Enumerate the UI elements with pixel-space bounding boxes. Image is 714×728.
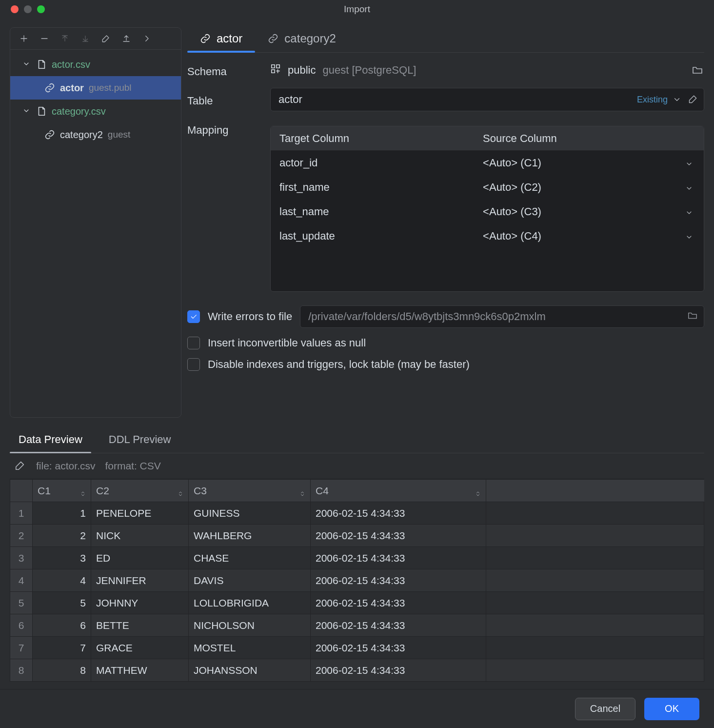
cell-c2[interactable]: PENELOPE	[91, 502, 189, 525]
browse-schema-button[interactable]	[692, 64, 704, 77]
cell-c4[interactable]: 2006-02-15 4:34:33	[311, 569, 486, 592]
cell-c3[interactable]: MOSTEL	[189, 637, 311, 659]
mapping-header-target[interactable]: Target Column	[271, 132, 483, 145]
tab-ddl-preview[interactable]: DDL Preview	[100, 428, 180, 453]
cell-c2[interactable]: NICK	[91, 525, 189, 547]
cancel-button[interactable]: Cancel	[575, 698, 635, 720]
cell-c3[interactable]: WAHLBERG	[189, 525, 311, 547]
tab-actor[interactable]: actor	[187, 27, 255, 52]
cell-c4[interactable]: 2006-02-15 4:34:33	[311, 547, 486, 569]
ok-button[interactable]: OK	[644, 698, 699, 720]
chevron-down-icon[interactable]	[685, 182, 695, 192]
mapping-row[interactable]: actor_id<Auto> (C1)	[271, 151, 704, 175]
edit-preview-button[interactable]	[15, 460, 26, 472]
column-header-c4[interactable]: C4	[311, 480, 486, 502]
next-button[interactable]	[137, 31, 157, 46]
tree-node-category-csv[interactable]: category.csv	[10, 100, 181, 123]
chevron-down-icon[interactable]	[685, 158, 695, 168]
column-header-spacer	[486, 480, 704, 502]
row-number: 2	[10, 525, 33, 547]
cell-c4[interactable]: 2006-02-15 4:34:33	[311, 659, 486, 682]
table-row[interactable]: 11PENELOPEGUINESS2006-02-15 4:34:33	[10, 502, 704, 525]
cell-c2[interactable]: JOHNNY	[91, 592, 189, 614]
pencil-icon[interactable]	[688, 94, 699, 105]
cell-c1[interactable]: 5	[33, 592, 91, 614]
sort-icon	[178, 487, 184, 494]
table-row[interactable]: 77GRACEMOSTEL2006-02-15 4:34:33	[10, 637, 704, 659]
cell-c3[interactable]: DAVIS	[189, 569, 311, 592]
cell-c3[interactable]: GUINESS	[189, 502, 311, 525]
mapping-source: <Auto> (C1)	[483, 157, 685, 169]
table-input[interactable]: actor Existing	[270, 88, 704, 111]
sort-icon	[80, 487, 87, 494]
cell-c4[interactable]: 2006-02-15 4:34:33	[311, 614, 486, 637]
move-up-button[interactable]	[55, 31, 75, 46]
tab-category2[interactable]: category2	[255, 27, 348, 52]
window-zoom-icon[interactable]	[37, 5, 45, 13]
cell-c3[interactable]: LOLLOBRIGIDA	[189, 592, 311, 614]
cell-c4[interactable]: 2006-02-15 4:34:33	[311, 637, 486, 659]
table-row[interactable]: 33EDCHASE2006-02-15 4:34:33	[10, 547, 704, 569]
browse-folder-button[interactable]	[687, 310, 698, 324]
cell-c3[interactable]: CHASE	[189, 547, 311, 569]
cell-c1[interactable]: 7	[33, 637, 91, 659]
row-number: 7	[10, 637, 33, 659]
chevron-down-icon[interactable]	[685, 231, 695, 241]
mapping-row[interactable]: last_update<Auto> (C4)	[271, 224, 704, 248]
cell-c2[interactable]: BETTE	[91, 614, 189, 637]
cell-c4[interactable]: 2006-02-15 4:34:33	[311, 502, 486, 525]
tree-node-category2-table[interactable]: category2 guest	[10, 123, 181, 146]
table-row[interactable]: 55JOHNNYLOLLOBRIGIDA2006-02-15 4:34:33	[10, 592, 704, 614]
insert-null-checkbox[interactable]	[187, 337, 200, 349]
mapping-source: <Auto> (C2)	[483, 181, 685, 194]
table-row[interactable]: 44JENNIFERDAVIS2006-02-15 4:34:33	[10, 569, 704, 592]
cell-c2[interactable]: ED	[91, 547, 189, 569]
mapping-row[interactable]: first_name<Auto> (C2)	[271, 175, 704, 200]
cell-c2[interactable]: MATTHEW	[91, 659, 189, 682]
remove-button[interactable]	[35, 31, 54, 46]
row-number-header	[10, 480, 33, 502]
mapping-row[interactable]: last_name<Auto> (C3)	[271, 200, 704, 224]
disable-indexes-checkbox[interactable]	[187, 358, 200, 371]
schema-label: Schema	[187, 65, 257, 78]
window-minimize-icon[interactable]	[24, 5, 32, 13]
column-header-c2[interactable]: C2	[91, 480, 189, 502]
cell-c1[interactable]: 6	[33, 614, 91, 637]
mapping-header-source[interactable]: Source Column	[483, 132, 704, 145]
tab-data-preview[interactable]: Data Preview	[10, 428, 91, 453]
table-row[interactable]: 22NICKWAHLBERG2006-02-15 4:34:33	[10, 525, 704, 547]
chevron-down-icon[interactable]	[673, 94, 683, 105]
cell-c3[interactable]: NICHOLSON	[189, 614, 311, 637]
tree-node-actor-table[interactable]: actor guest.publ	[10, 76, 181, 100]
cell-c3[interactable]: JOHANSSON	[189, 659, 311, 682]
chevron-down-icon[interactable]	[685, 207, 695, 217]
svg-rect-1	[277, 65, 279, 68]
window-close-icon[interactable]	[11, 5, 19, 13]
tree-node-actor-csv[interactable]: actor.csv	[10, 53, 181, 76]
column-header-c1[interactable]: C1	[33, 480, 91, 502]
cell-c1[interactable]: 1	[33, 502, 91, 525]
export-button[interactable]	[117, 31, 136, 46]
tree-toolbar	[10, 28, 181, 50]
error-file-path-input[interactable]: /private/var/folders/d5/w8ytbjts3mn9ck6s…	[300, 305, 704, 328]
cell-c1[interactable]: 4	[33, 569, 91, 592]
cell-c2[interactable]: JENNIFER	[91, 569, 189, 592]
table-row[interactable]: 88MATTHEWJOHANSSON2006-02-15 4:34:33	[10, 659, 704, 682]
write-errors-checkbox[interactable]	[187, 310, 200, 323]
cell-c1[interactable]: 8	[33, 659, 91, 682]
schema-value[interactable]: public guest [PostgreSQL]	[270, 63, 704, 77]
column-header-c3[interactable]: C3	[189, 480, 311, 502]
add-button[interactable]	[14, 31, 34, 46]
preview-file-label: file: actor.csv	[36, 460, 95, 472]
edit-button[interactable]	[96, 31, 116, 46]
cell-c2[interactable]: GRACE	[91, 637, 189, 659]
cell-c4[interactable]: 2006-02-15 4:34:33	[311, 592, 486, 614]
tree-node-label: actor.csv	[52, 59, 90, 70]
sort-icon	[299, 487, 306, 494]
cell-c1[interactable]: 2	[33, 525, 91, 547]
preview-grid: C1 C2 C3 C4	[10, 479, 704, 682]
cell-c4[interactable]: 2006-02-15 4:34:33	[311, 525, 486, 547]
table-row[interactable]: 66BETTENICHOLSON2006-02-15 4:34:33	[10, 614, 704, 637]
move-down-button[interactable]	[76, 31, 95, 46]
cell-c1[interactable]: 3	[33, 547, 91, 569]
